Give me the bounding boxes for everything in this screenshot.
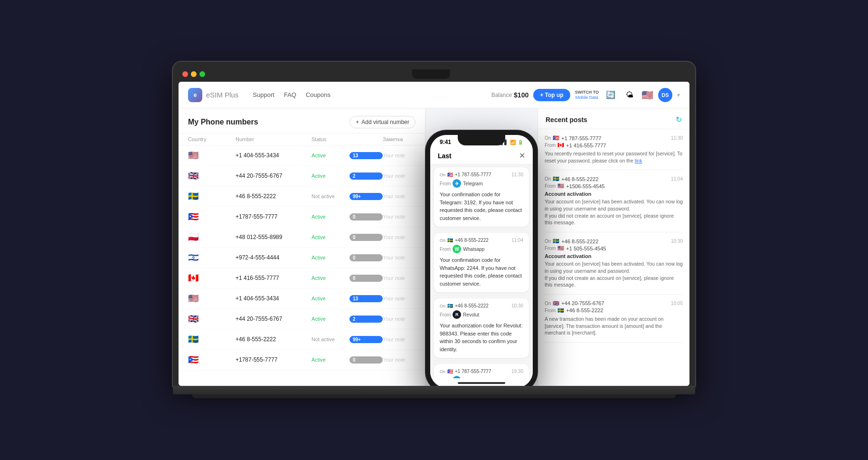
post-body: A new transaction has been made on your … <box>545 316 683 336</box>
flag-icon: 🇬🇧 <box>188 171 236 181</box>
sms-count-badge[interactable]: 0 <box>349 213 383 220</box>
nav-faq[interactable]: FAQ <box>284 91 296 98</box>
user-avatar[interactable]: DS <box>658 88 672 102</box>
post-on: On 🇬🇧 +44 20-7555-6767 <box>545 300 604 307</box>
logo-icon: e <box>188 88 202 102</box>
phone-msg: On 🇸🇪 +46 8-555-2222 10:30 From R Revolu… <box>434 298 529 358</box>
note-field[interactable]: Your note <box>383 173 415 179</box>
list-item[interactable]: 🇬🇧 +44 20-7555-6767 Active 2 Your note <box>179 166 425 186</box>
switch-label: SWITCH TO <box>575 90 599 95</box>
center-area: 9:41 ▋▋▋ 📶 🔋 Last <box>425 108 538 386</box>
phone-home-bar[interactable] <box>458 382 505 384</box>
list-item[interactable]: 🇨🇦 +1 416-555-7777 Active 0 Your note <box>179 268 425 288</box>
list-item[interactable]: 🇵🇷 +1787-555-7777 Active 0 Your note <box>179 350 425 370</box>
list-item[interactable]: 🇺🇸 +1 404-555-3434 Active 13 Your note <box>179 288 425 309</box>
on-flag: 🇸🇪 <box>553 176 559 182</box>
nav-support[interactable]: Support <box>253 91 274 98</box>
topup-button[interactable]: + Top up <box>533 89 570 101</box>
phone-number: +46 8-555-2222 <box>236 193 311 200</box>
list-item[interactable]: 🇺🇸 +1 404-555-3434 Active 13 Your note <box>179 145 425 166</box>
minimize-button[interactable] <box>191 71 197 77</box>
country-flag[interactable]: 🇺🇸 <box>642 89 653 101</box>
phone-msg: On 🇵🇷 +1 787-555-7777 19:30 From ✈ Teleg… <box>434 364 529 378</box>
flag-icon: 🇸🇪 <box>188 191 236 201</box>
phone-msg-meta: On 🇵🇷 +1 787-555-7777 11:30 <box>440 172 523 177</box>
phone-msg-meta: On 🇸🇪 +46 8-555-2222 11:04 <box>440 238 523 243</box>
switch-area[interactable]: SWITCH TO Mobile Data <box>575 90 599 100</box>
list-item[interactable]: 🇸🇪 +46 8-555-2222 Not active 99+ Your no… <box>179 186 425 207</box>
on-label: On <box>545 301 551 306</box>
list-item[interactable]: 🇵🇷 +1787-555-7777 Active 0 Your note <box>179 207 425 227</box>
sms-count-badge[interactable]: 2 <box>349 172 383 180</box>
post-title: Account activation <box>545 191 683 197</box>
post-link[interactable]: link <box>635 158 642 163</box>
chevron-down-icon: ▾ <box>677 92 680 98</box>
from-service: Revolut <box>463 312 479 317</box>
post-item: On 🇸🇪 +46 8-555-2222 10:30 From 🇺🇸 +1 50… <box>545 232 683 295</box>
sms-count-badge[interactable]: 0 <box>349 356 383 364</box>
list-item[interactable]: 🇮🇱 +972-4-555-4444 Active 0 Your note <box>179 248 425 268</box>
from-label: From <box>440 312 451 317</box>
sms-count-badge[interactable]: 2 <box>349 316 383 323</box>
sms-count-badge[interactable]: 13 <box>349 295 383 302</box>
post-time: 10:30 <box>671 239 683 244</box>
phone-msg-meta: On 🇸🇪 +46 8-555-2222 10:30 <box>440 303 523 308</box>
sms-count-badge[interactable]: 99+ <box>349 336 383 343</box>
balance-amount: $100 <box>514 91 528 99</box>
nav-coupons[interactable]: Coupons <box>306 91 330 98</box>
on-flag: 🇵🇷 <box>447 369 453 374</box>
on-flag: 🇵🇷 <box>447 172 453 177</box>
status-badge: Active <box>311 214 349 220</box>
phone-close-button[interactable]: ✕ <box>519 151 525 160</box>
refresh-icon[interactable]: 🔄 <box>604 88 618 102</box>
note-field[interactable]: Your note <box>383 234 415 240</box>
sms-count-badge[interactable]: 0 <box>349 254 383 261</box>
sms-count-badge[interactable]: 99+ <box>349 193 383 200</box>
on-flag: 🇸🇪 <box>447 303 453 308</box>
theme-icon[interactable]: 🌤 <box>623 88 637 102</box>
list-item[interactable]: 🇵🇱 +48 012-555-8989 Active 0 Your note <box>179 227 425 248</box>
post-item: On 🇸🇪 +46 8-555-2222 11:04 From 🇺🇸 +1506… <box>545 170 683 232</box>
note-field[interactable]: Your note <box>383 316 415 322</box>
close-button[interactable] <box>182 71 188 77</box>
sms-count-badge[interactable]: 0 <box>349 234 383 241</box>
phone-number: +1 416-555-7777 <box>236 275 311 281</box>
status-badge: Not active <box>311 336 349 342</box>
post-on: On 🇵🇷 +1 787-555-7777 <box>545 135 601 141</box>
logo-text: eSIM Plus <box>206 91 238 99</box>
sms-count-badge[interactable]: 13 <box>349 152 383 159</box>
phone-modal-header: Last ✕ <box>430 147 533 164</box>
note-field[interactable]: Your note <box>383 357 415 363</box>
posts-list: On 🇵🇷 +1 787-555-7777 11:30 From 🇨🇦 +1 4… <box>538 129 689 386</box>
note-field[interactable]: Your note <box>383 193 415 199</box>
maximize-button[interactable] <box>199 71 205 77</box>
sms-count-badge[interactable]: 0 <box>349 275 383 282</box>
list-item[interactable]: 🇬🇧 +44 20-7555-6767 Active 2 Your note <box>179 309 425 329</box>
msg-body: Your authorization code for Revolut: 988… <box>440 322 523 353</box>
on-number: +1 787-555-7777 <box>455 369 491 374</box>
note-field[interactable]: Your note <box>383 214 415 220</box>
post-from: From 🇺🇸 +1506-555-4545 <box>545 183 683 189</box>
on-number: +46 8-555-2222 <box>561 176 598 182</box>
note-field[interactable]: Your note <box>383 275 415 281</box>
from-service: Telegram <box>463 378 482 379</box>
refresh-posts-icon[interactable]: ↻ <box>676 115 682 124</box>
from-label: From <box>440 247 451 252</box>
note-field[interactable]: Your note <box>383 296 415 301</box>
list-item[interactable]: 🇸🇪 +46 8-555-2222 Not active 99+ Your no… <box>179 329 425 350</box>
note-field[interactable]: Your note <box>383 255 415 260</box>
phone-message-item: On 🇵🇷 +1 787-555-7777 11:30 From ✈ Teleg… <box>430 167 533 230</box>
logo[interactable]: e eSIM Plus <box>188 88 238 102</box>
plus-icon: + <box>356 119 359 125</box>
phone-msg-on: On 🇸🇪 +46 8-555-2222 <box>440 238 489 243</box>
post-meta: On 🇵🇷 +1 787-555-7777 11:30 <box>545 135 683 141</box>
phone-modal-title: Last <box>438 152 452 160</box>
flag-icon: 🇬🇧 <box>188 314 236 324</box>
note-field[interactable]: Your note <box>383 336 415 342</box>
note-field[interactable]: Your note <box>383 153 415 158</box>
flag-icon: 🇨🇦 <box>188 273 236 283</box>
phone-number: +1 404-555-3434 <box>236 295 311 302</box>
phone-msg: On 🇵🇷 +1 787-555-7777 11:30 From ✈ Teleg… <box>434 167 529 227</box>
add-virtual-number-button[interactable]: + Add virtual number <box>349 116 415 128</box>
phone-msg-from: From W Whatsapp <box>440 245 523 253</box>
